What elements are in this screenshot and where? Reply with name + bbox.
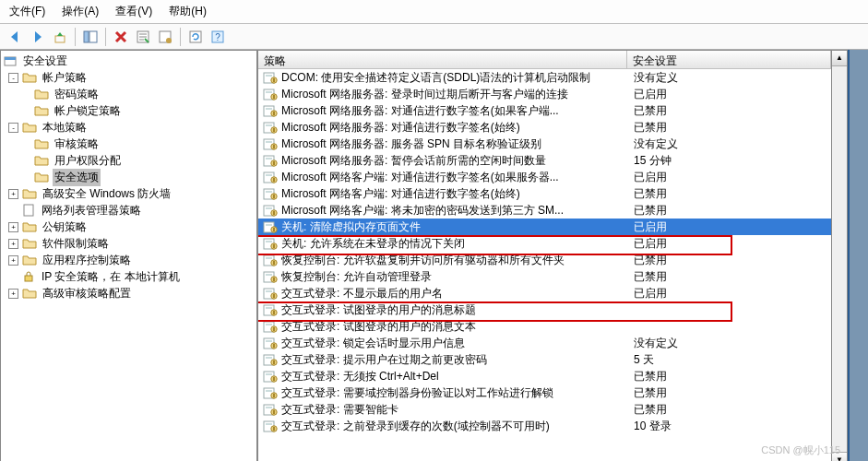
expand-icon[interactable]: + <box>8 222 18 232</box>
tree-advanced-audit[interactable]: +高级审核策略配置 <box>1 285 256 301</box>
list-row[interactable]: Microsoft 网络服务器: 暂停会话前所需的空闲时间数量15 分钟 <box>258 152 831 169</box>
page-icon <box>21 203 36 218</box>
svg-rect-50 <box>266 224 272 226</box>
policy-setting: 已禁用 <box>628 402 831 418</box>
svg-rect-40 <box>273 178 275 182</box>
svg-rect-30 <box>266 141 272 143</box>
policy-setting: 已禁用 <box>628 120 831 136</box>
policy-name: Microsoft 网络服务器: 暂停会话前所需的空闲时间数量 <box>281 153 628 169</box>
show-hide-tree-button[interactable] <box>80 27 101 47</box>
list-row[interactable]: 关机: 允许系统在未登录的情况下关闭已启用 <box>258 235 831 252</box>
tree-wfas[interactable]: +高级安全 Windows 防火墙 <box>1 185 256 202</box>
tree-security-options[interactable]: 安全选项 <box>1 169 256 185</box>
scroll-track[interactable] <box>832 66 847 452</box>
tree-local-policies[interactable]: -本地策略 <box>1 119 256 136</box>
list-row[interactable]: Microsoft 网络服务器: 登录时间过期后断开与客户端的连接已启用 <box>258 86 831 102</box>
policy-setting: 已启用 <box>628 87 831 102</box>
policy-icon <box>262 336 279 350</box>
svg-rect-56 <box>273 244 275 248</box>
menu-file[interactable]: 文件(F) <box>9 4 45 19</box>
menu-help[interactable]: 帮助(H) <box>169 4 207 19</box>
tree-account-policies[interactable]: -帐户策略 <box>1 69 256 86</box>
tree-view[interactable]: 安全设置 -帐户策略 密码策略 帐户锁定策略 -本地策略 审核策略 用户权限分配… <box>0 50 257 461</box>
policy-name: 交互式登录: 试图登录的用户的消息文本 <box>281 319 628 335</box>
list-row[interactable]: Microsoft 网络客户端: 将未加密的密码发送到第三方 SM...已禁用 <box>258 202 831 219</box>
folder-icon <box>22 186 37 201</box>
collapse-icon[interactable]: - <box>8 123 18 133</box>
tree-label: IP 安全策略，在 本地计算机 <box>40 268 182 286</box>
expand-icon[interactable]: + <box>8 255 18 266</box>
list-row[interactable]: Microsoft 网络客户端: 对通信进行数字签名(始终)已禁用 <box>258 185 831 202</box>
policy-setting: 已禁用 <box>628 103 831 119</box>
list-row[interactable]: 交互式登录: 无须按 Ctrl+Alt+Del已禁用 <box>258 368 831 384</box>
policy-setting: 5 天 <box>628 352 831 368</box>
tree-app-control[interactable]: +应用程序控制策略 <box>1 252 256 268</box>
svg-rect-94 <box>266 407 272 408</box>
tree-software-restriction[interactable]: +软件限制策略 <box>1 235 256 252</box>
refresh-button[interactable] <box>185 27 206 47</box>
policy-icon <box>262 236 279 251</box>
up-button[interactable] <box>50 27 70 47</box>
tree-audit-policy[interactable]: 审核策略 <box>1 136 256 152</box>
list-body: DCOM: 使用安全描述符定义语言(SDDL)语法的计算机启动限制没有定义Mic… <box>258 69 831 461</box>
menu-view[interactable]: 查看(V) <box>115 4 152 19</box>
list-row[interactable]: Microsoft 网络客户端: 对通信进行数字签名(如果服务器...已启用 <box>258 169 831 185</box>
tree-password-policy[interactable]: 密码策略 <box>1 86 256 102</box>
svg-rect-76 <box>273 327 275 331</box>
svg-rect-20 <box>273 95 275 99</box>
svg-rect-58 <box>266 257 272 259</box>
tree-user-rights[interactable]: 用户权限分配 <box>1 152 256 169</box>
policy-setting: 已禁用 <box>628 253 831 268</box>
policy-icon <box>262 402 279 417</box>
tree-lockout-policy[interactable]: 帐户锁定策略 <box>1 102 256 119</box>
help-button[interactable]: ? <box>208 27 228 47</box>
export-list-button[interactable] <box>133 27 153 47</box>
list-row[interactable]: 交互式登录: 之前登录到缓存的次数(域控制器不可用时)10 登录 <box>258 418 831 434</box>
list-row[interactable]: 交互式登录: 需要域控制器身份验证以对工作站进行解锁已禁用 <box>258 384 831 401</box>
toolbar-separator <box>105 28 106 46</box>
list-row[interactable]: Microsoft 网络服务器: 服务器 SPN 目标名称验证级别没有定义 <box>258 136 831 152</box>
policy-setting: 没有定义 <box>628 136 831 152</box>
list-row[interactable]: 交互式登录: 试图登录的用户的消息文本 <box>258 318 831 335</box>
properties-button[interactable] <box>155 27 175 47</box>
column-policy[interactable]: 策略 <box>258 51 627 68</box>
forward-button[interactable] <box>28 27 48 47</box>
list-row[interactable]: 交互式登录: 试图登录的用户的消息标题 <box>258 301 831 318</box>
list-row[interactable]: 交互式登录: 提示用户在过期之前更改密码5 天 <box>258 351 831 368</box>
policy-list[interactable]: 策略 安全设置 DCOM: 使用安全描述符定义语言(SDDL)语法的计算机启动限… <box>257 50 832 461</box>
list-row[interactable]: DCOM: 使用安全描述符定义语言(SDDL)语法的计算机启动限制没有定义 <box>258 69 831 86</box>
collapse-icon[interactable]: - <box>8 73 18 83</box>
scroll-up-button[interactable]: ▲ <box>832 51 847 66</box>
list-row[interactable]: 关机: 清除虚拟内存页面文件已启用 <box>258 219 831 235</box>
list-row[interactable]: 交互式登录: 需要智能卡已禁用 <box>258 401 831 418</box>
tree-label: 高级审核策略配置 <box>41 285 133 302</box>
menu-action[interactable]: 操作(A) <box>62 4 99 19</box>
svg-rect-82 <box>266 357 272 359</box>
svg-rect-42 <box>266 191 272 193</box>
svg-rect-74 <box>266 324 272 325</box>
column-setting[interactable]: 安全设置 <box>627 51 831 68</box>
list-row[interactable]: 恢复控制台: 允许软盘复制并访问所有驱动器和所有文件夹已禁用 <box>258 252 831 268</box>
svg-rect-64 <box>273 278 275 281</box>
svg-rect-28 <box>273 128 275 132</box>
list-row[interactable]: Microsoft 网络服务器: 对通信进行数字签名(始终)已禁用 <box>258 119 831 136</box>
tree-public-key[interactable]: +公钥策略 <box>1 219 256 235</box>
delete-button[interactable] <box>111 27 131 47</box>
tree-root[interactable]: 安全设置 <box>1 53 256 69</box>
security-root-icon <box>3 53 18 68</box>
tree-nlm[interactable]: 网络列表管理器策略 <box>1 202 256 219</box>
folder-open-icon <box>22 70 37 85</box>
list-row[interactable]: 交互式登录: 锁定会话时显示用户信息没有定义 <box>258 335 831 351</box>
vertical-scrollbar[interactable]: ▲ ▼ <box>832 50 848 461</box>
tree-ipsec[interactable]: IP 安全策略，在 本地计算机 <box>1 268 256 285</box>
list-area: 策略 安全设置 DCOM: 使用安全描述符定义语言(SDDL)语法的计算机启动限… <box>257 50 848 461</box>
tree-label: 用户权限分配 <box>53 152 123 170</box>
list-row[interactable]: 交互式登录: 不显示最后的用户名已启用 <box>258 285 831 301</box>
back-button[interactable] <box>6 27 26 47</box>
list-row[interactable]: Microsoft 网络服务器: 对通信进行数字签名(如果客户端...已禁用 <box>258 102 831 119</box>
expand-icon[interactable]: + <box>8 289 18 299</box>
policy-name: Microsoft 网络服务器: 登录时间过期后断开与客户端的连接 <box>281 87 628 102</box>
list-row[interactable]: 恢复控制台: 允许自动管理登录已禁用 <box>258 268 831 285</box>
expand-icon[interactable]: + <box>8 189 18 199</box>
expand-icon[interactable]: + <box>8 239 18 249</box>
